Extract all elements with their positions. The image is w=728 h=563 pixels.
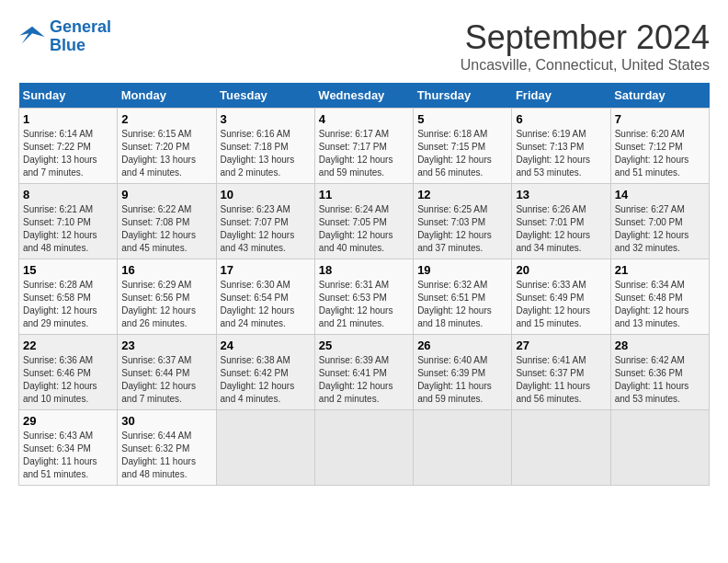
calendar-cell: 29Sunrise: 6:43 AM Sunset: 6:34 PM Dayli… — [19, 410, 118, 486]
day-info: Sunrise: 6:25 AM Sunset: 7:03 PM Dayligh… — [417, 203, 507, 255]
day-number: 13 — [516, 188, 606, 201]
day-number: 14 — [615, 188, 705, 201]
day-info: Sunrise: 6:32 AM Sunset: 6:51 PM Dayligh… — [417, 279, 507, 330]
header-saturday: Saturday — [610, 83, 709, 109]
calendar-cell: 5Sunrise: 6:18 AM Sunset: 7:15 PM Daylig… — [414, 109, 512, 184]
day-info: Sunrise: 6:44 AM Sunset: 6:32 PM Dayligh… — [121, 430, 211, 481]
day-info: Sunrise: 6:36 AM Sunset: 6:46 PM Dayligh… — [23, 354, 113, 406]
day-number: 17 — [221, 263, 311, 277]
day-number: 30 — [121, 414, 211, 428]
calendar-cell: 10Sunrise: 6:23 AM Sunset: 7:07 PM Dayli… — [216, 184, 314, 259]
calendar-cell: 12Sunrise: 6:25 AM Sunset: 7:03 PM Dayli… — [414, 184, 512, 259]
calendar-cell: 21Sunrise: 6:34 AM Sunset: 6:48 PM Dayli… — [610, 259, 709, 335]
day-info: Sunrise: 6:18 AM Sunset: 7:15 PM Dayligh… — [417, 128, 507, 179]
day-info: Sunrise: 6:27 AM Sunset: 7:00 PM Dayligh… — [615, 203, 705, 255]
day-info: Sunrise: 6:30 AM Sunset: 6:54 PM Dayligh… — [221, 279, 311, 330]
calendar-cell: 15Sunrise: 6:28 AM Sunset: 6:58 PM Dayli… — [19, 259, 118, 335]
calendar-week-4: 22Sunrise: 6:36 AM Sunset: 6:46 PM Dayli… — [19, 335, 710, 410]
day-number: 7 — [615, 112, 705, 126]
day-number: 25 — [319, 339, 409, 352]
calendar-cell: 4Sunrise: 6:17 AM Sunset: 7:17 PM Daylig… — [314, 109, 413, 184]
day-info: Sunrise: 6:39 AM Sunset: 6:41 PM Dayligh… — [319, 354, 409, 406]
day-number: 6 — [516, 112, 606, 126]
day-number: 19 — [417, 263, 507, 277]
day-info: Sunrise: 6:14 AM Sunset: 7:22 PM Dayligh… — [23, 128, 113, 179]
day-info: Sunrise: 6:42 AM Sunset: 6:36 PM Dayligh… — [615, 354, 705, 406]
day-info: Sunrise: 6:28 AM Sunset: 6:58 PM Dayligh… — [23, 279, 113, 330]
calendar-cell: 9Sunrise: 6:22 AM Sunset: 7:08 PM Daylig… — [118, 184, 216, 259]
day-info: Sunrise: 6:38 AM Sunset: 6:42 PM Dayligh… — [221, 354, 311, 406]
day-number: 5 — [417, 112, 507, 126]
day-number: 23 — [121, 339, 211, 352]
day-number: 27 — [516, 339, 606, 352]
calendar-cell: 23Sunrise: 6:37 AM Sunset: 6:44 PM Dayli… — [118, 335, 216, 410]
logo-line1: General — [50, 17, 111, 36]
header-monday: Monday — [118, 83, 216, 109]
day-info: Sunrise: 6:20 AM Sunset: 7:12 PM Dayligh… — [615, 128, 705, 179]
calendar-cell: 7Sunrise: 6:20 AM Sunset: 7:12 PM Daylig… — [610, 109, 709, 184]
day-info: Sunrise: 6:23 AM Sunset: 7:07 PM Dayligh… — [221, 203, 311, 255]
day-number: 22 — [23, 339, 113, 352]
header-sunday: Sunday — [19, 83, 118, 109]
day-number: 4 — [319, 112, 409, 126]
day-info: Sunrise: 6:31 AM Sunset: 6:53 PM Dayligh… — [319, 279, 409, 330]
calendar-week-2: 8Sunrise: 6:21 AM Sunset: 7:10 PM Daylig… — [19, 184, 710, 259]
day-number: 21 — [615, 263, 705, 277]
header-thursday: Thursday — [414, 83, 512, 109]
logo: General Blue — [18, 18, 111, 55]
day-info: Sunrise: 6:19 AM Sunset: 7:13 PM Dayligh… — [516, 128, 606, 179]
title-section: September 2024 Uncasville, Connecticut, … — [461, 18, 710, 74]
calendar-cell: 20Sunrise: 6:33 AM Sunset: 6:49 PM Dayli… — [512, 259, 610, 335]
day-number: 2 — [121, 112, 211, 126]
calendar-cell: 28Sunrise: 6:42 AM Sunset: 6:36 PM Dayli… — [610, 335, 709, 410]
calendar-cell — [314, 410, 413, 486]
day-number: 20 — [516, 263, 606, 277]
day-number: 12 — [417, 188, 507, 201]
logo-line2: Blue — [50, 36, 85, 54]
calendar-cell — [414, 410, 512, 486]
day-info: Sunrise: 6:41 AM Sunset: 6:37 PM Dayligh… — [516, 354, 606, 406]
calendar-header: Sunday Monday Tuesday Wednesday Thursday… — [19, 83, 710, 109]
calendar-cell: 18Sunrise: 6:31 AM Sunset: 6:53 PM Dayli… — [314, 259, 413, 335]
header-friday: Friday — [512, 83, 610, 109]
day-info: Sunrise: 6:15 AM Sunset: 7:20 PM Dayligh… — [121, 128, 211, 179]
calendar-cell: 3Sunrise: 6:16 AM Sunset: 7:18 PM Daylig… — [216, 109, 314, 184]
calendar-cell: 6Sunrise: 6:19 AM Sunset: 7:13 PM Daylig… — [512, 109, 610, 184]
day-number: 3 — [221, 112, 311, 126]
calendar-cell — [610, 410, 709, 486]
calendar-cell: 16Sunrise: 6:29 AM Sunset: 6:56 PM Dayli… — [118, 259, 216, 335]
day-info: Sunrise: 6:24 AM Sunset: 7:05 PM Dayligh… — [319, 203, 409, 255]
day-info: Sunrise: 6:34 AM Sunset: 6:48 PM Dayligh… — [615, 279, 705, 330]
day-info: Sunrise: 6:17 AM Sunset: 7:17 PM Dayligh… — [319, 128, 409, 179]
calendar-cell: 19Sunrise: 6:32 AM Sunset: 6:51 PM Dayli… — [414, 259, 512, 335]
calendar-cell: 13Sunrise: 6:26 AM Sunset: 7:01 PM Dayli… — [512, 184, 610, 259]
day-info: Sunrise: 6:29 AM Sunset: 6:56 PM Dayligh… — [121, 279, 211, 330]
day-info: Sunrise: 6:26 AM Sunset: 7:01 PM Dayligh… — [516, 203, 606, 255]
calendar-cell — [512, 410, 610, 486]
calendar-week-3: 15Sunrise: 6:28 AM Sunset: 6:58 PM Dayli… — [19, 259, 710, 335]
day-number: 28 — [615, 339, 705, 352]
day-number: 26 — [417, 339, 507, 352]
calendar-cell: 30Sunrise: 6:44 AM Sunset: 6:32 PM Dayli… — [118, 410, 216, 486]
calendar-cell: 25Sunrise: 6:39 AM Sunset: 6:41 PM Dayli… — [314, 335, 413, 410]
calendar-cell: 17Sunrise: 6:30 AM Sunset: 6:54 PM Dayli… — [216, 259, 314, 335]
calendar-cell: 14Sunrise: 6:27 AM Sunset: 7:00 PM Dayli… — [610, 184, 709, 259]
day-info: Sunrise: 6:21 AM Sunset: 7:10 PM Dayligh… — [23, 203, 113, 255]
day-number: 9 — [121, 188, 211, 201]
day-number: 8 — [23, 188, 113, 201]
calendar-table: Sunday Monday Tuesday Wednesday Thursday… — [18, 83, 710, 486]
calendar-cell: 24Sunrise: 6:38 AM Sunset: 6:42 PM Dayli… — [216, 335, 314, 410]
header-wednesday: Wednesday — [314, 83, 413, 109]
day-info: Sunrise: 6:43 AM Sunset: 6:34 PM Dayligh… — [23, 430, 113, 481]
header-row: Sunday Monday Tuesday Wednesday Thursday… — [19, 83, 710, 109]
calendar-cell: 1Sunrise: 6:14 AM Sunset: 7:22 PM Daylig… — [19, 109, 118, 184]
day-info: Sunrise: 6:40 AM Sunset: 6:39 PM Dayligh… — [417, 354, 507, 406]
day-info: Sunrise: 6:33 AM Sunset: 6:49 PM Dayligh… — [516, 279, 606, 330]
calendar-body: 1Sunrise: 6:14 AM Sunset: 7:22 PM Daylig… — [19, 109, 710, 486]
header-tuesday: Tuesday — [216, 83, 314, 109]
location-title: Uncasville, Connecticut, United States — [461, 57, 710, 74]
day-number: 29 — [23, 414, 113, 428]
calendar-cell: 22Sunrise: 6:36 AM Sunset: 6:46 PM Dayli… — [19, 335, 118, 410]
day-number: 15 — [23, 263, 113, 277]
day-number: 11 — [319, 188, 409, 201]
